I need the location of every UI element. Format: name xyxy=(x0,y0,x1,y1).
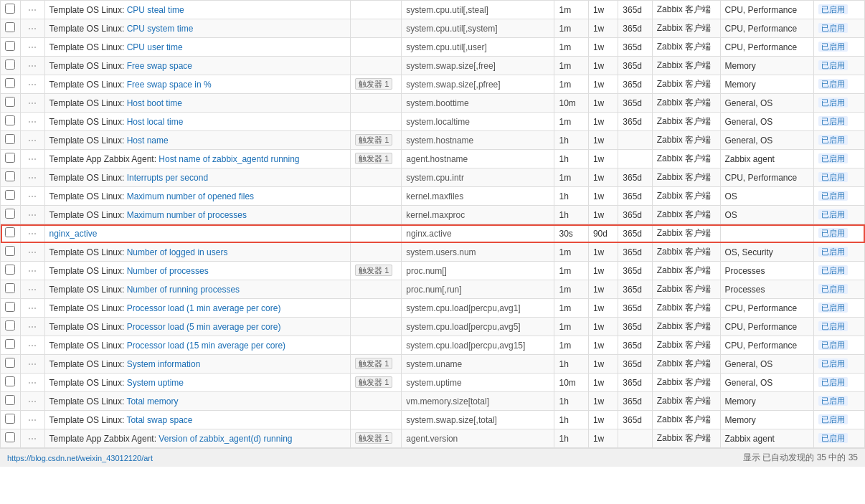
item-name-link[interactable]: Host local time xyxy=(127,117,184,127)
drag-handle[interactable]: ⋯ xyxy=(21,131,44,150)
status-badge[interactable]: 已启用 xyxy=(818,228,848,238)
row-checkbox[interactable] xyxy=(5,265,15,275)
footer-link[interactable]: https://blog.csdn.net/weixin_43012120/ar… xyxy=(7,454,153,462)
status-badge[interactable]: 已启用 xyxy=(818,377,848,387)
item-name-link[interactable]: Number of logged in users xyxy=(127,247,228,257)
drag-handle[interactable]: ⋯ xyxy=(21,429,44,448)
row-checkbox[interactable] xyxy=(5,22,15,32)
status-badge[interactable]: 已启用 xyxy=(818,60,848,70)
status-badge[interactable]: 已启用 xyxy=(818,414,848,424)
status-badge[interactable]: 已启用 xyxy=(818,303,848,313)
drag-handle[interactable]: ⋯ xyxy=(21,57,44,75)
item-name-link[interactable]: Maximum number of opened files xyxy=(127,191,254,201)
row-checkbox[interactable] xyxy=(5,41,15,51)
drag-handle[interactable]: ⋯ xyxy=(21,299,44,318)
item-name-link[interactable]: System uptime xyxy=(127,378,184,388)
row-checkbox[interactable] xyxy=(5,283,15,293)
status-badge[interactable]: 已启用 xyxy=(818,396,848,406)
row-checkbox[interactable] xyxy=(5,97,15,107)
status-badge[interactable]: 已启用 xyxy=(818,42,848,52)
trigger-tag[interactable]: 触发器 1 xyxy=(355,134,392,146)
drag-handle[interactable]: ⋯ xyxy=(21,374,44,392)
status-badge[interactable]: 已启用 xyxy=(818,153,848,163)
row-checkbox[interactable] xyxy=(5,209,15,219)
status-badge[interactable]: 已启用 xyxy=(818,209,848,219)
status-badge[interactable]: 已启用 xyxy=(818,321,848,331)
item-name-link[interactable]: Host name xyxy=(127,135,169,146)
row-checkbox[interactable] xyxy=(5,134,15,144)
trigger-tag[interactable]: 触发器 1 xyxy=(355,432,392,444)
item-name-link[interactable]: Host boot time xyxy=(127,98,182,108)
drag-handle[interactable]: ⋯ xyxy=(21,94,44,113)
drag-handle[interactable]: ⋯ xyxy=(21,1,44,19)
item-name-link[interactable]: Total memory xyxy=(126,396,178,406)
item-name-link[interactable]: Total swap space xyxy=(126,415,192,425)
status-badge[interactable]: 已启用 xyxy=(818,191,848,201)
drag-handle[interactable]: ⋯ xyxy=(21,280,44,299)
trigger-tag[interactable]: 触发器 1 xyxy=(355,153,392,164)
status-badge[interactable]: 已启用 xyxy=(818,98,848,108)
item-name-link[interactable]: Version of zabbix_agent(d) running xyxy=(159,434,292,444)
row-checkbox[interactable] xyxy=(5,302,15,312)
row-checkbox[interactable] xyxy=(5,395,15,405)
item-name-link[interactable]: Processor load (5 min average per core) xyxy=(127,322,281,332)
row-checkbox[interactable] xyxy=(5,115,15,125)
row-checkbox[interactable] xyxy=(5,339,15,349)
row-checkbox[interactable] xyxy=(5,171,15,181)
trigger-tag[interactable]: 触发器 1 xyxy=(355,78,392,90)
drag-handle[interactable]: ⋯ xyxy=(21,38,44,57)
drag-handle[interactable]: ⋯ xyxy=(21,113,44,131)
trigger-tag[interactable]: 触发器 1 xyxy=(355,358,392,369)
drag-handle[interactable]: ⋯ xyxy=(21,168,44,187)
item-name-link[interactable]: Maximum number of processes xyxy=(127,210,247,220)
status-badge[interactable]: 已启用 xyxy=(818,433,848,443)
drag-handle[interactable]: ⋯ xyxy=(21,392,44,411)
drag-handle[interactable]: ⋯ xyxy=(21,336,44,355)
drag-handle[interactable]: ⋯ xyxy=(21,150,44,168)
item-name-link[interactable]: CPU steal time xyxy=(127,5,184,15)
row-checkbox[interactable] xyxy=(5,78,15,88)
item-name-link[interactable]: Free swap space in % xyxy=(127,80,212,90)
status-badge[interactable]: 已启用 xyxy=(818,116,848,126)
row-checkbox[interactable] xyxy=(5,4,15,14)
status-badge[interactable]: 已启用 xyxy=(818,358,848,369)
drag-handle[interactable]: ⋯ xyxy=(21,318,44,336)
status-badge[interactable]: 已启用 xyxy=(818,247,848,257)
status-badge[interactable]: 已启用 xyxy=(818,340,848,350)
row-checkbox[interactable] xyxy=(5,358,15,368)
item-name-link[interactable]: Interrupts per second xyxy=(127,173,208,183)
drag-handle[interactable]: ⋯ xyxy=(21,224,44,243)
row-checkbox[interactable] xyxy=(5,320,15,331)
row-checkbox[interactable] xyxy=(5,227,15,237)
item-name-link[interactable]: Processor load (15 min average per core) xyxy=(127,341,285,351)
drag-handle[interactable]: ⋯ xyxy=(21,262,44,280)
status-badge[interactable]: 已启用 xyxy=(818,4,848,14)
row-checkbox[interactable] xyxy=(5,60,15,70)
drag-handle[interactable]: ⋯ xyxy=(21,243,44,262)
row-checkbox[interactable] xyxy=(5,414,15,424)
trigger-tag[interactable]: 触发器 1 xyxy=(355,376,392,388)
row-checkbox[interactable] xyxy=(5,190,15,200)
status-badge[interactable]: 已启用 xyxy=(818,135,848,145)
status-badge[interactable]: 已启用 xyxy=(818,172,848,182)
drag-handle[interactable]: ⋯ xyxy=(21,355,44,374)
row-checkbox[interactable] xyxy=(5,153,15,163)
status-badge[interactable]: 已启用 xyxy=(818,284,848,294)
drag-handle[interactable]: ⋯ xyxy=(21,206,44,224)
item-name-link[interactable]: Host name of zabbix_agentd running xyxy=(159,154,299,164)
row-checkbox[interactable] xyxy=(5,376,15,386)
item-name-link[interactable]: CPU system time xyxy=(127,24,194,34)
drag-handle[interactable]: ⋯ xyxy=(21,75,44,94)
item-name-link[interactable]: Processor load (1 min average per core) xyxy=(127,303,281,313)
item-name-link[interactable]: Number of running processes xyxy=(127,285,240,295)
item-name-link[interactable]: System information xyxy=(127,359,201,369)
item-name-link[interactable]: nginx_active xyxy=(49,229,98,239)
item-name-link[interactable]: Free swap space xyxy=(127,61,192,71)
drag-handle[interactable]: ⋯ xyxy=(21,411,44,429)
item-name-link[interactable]: CPU user time xyxy=(127,42,183,52)
drag-handle[interactable]: ⋯ xyxy=(21,19,44,38)
status-badge[interactable]: 已启用 xyxy=(818,23,848,33)
drag-handle[interactable]: ⋯ xyxy=(21,187,44,206)
status-badge[interactable]: 已启用 xyxy=(818,265,848,275)
row-checkbox[interactable] xyxy=(5,432,15,442)
